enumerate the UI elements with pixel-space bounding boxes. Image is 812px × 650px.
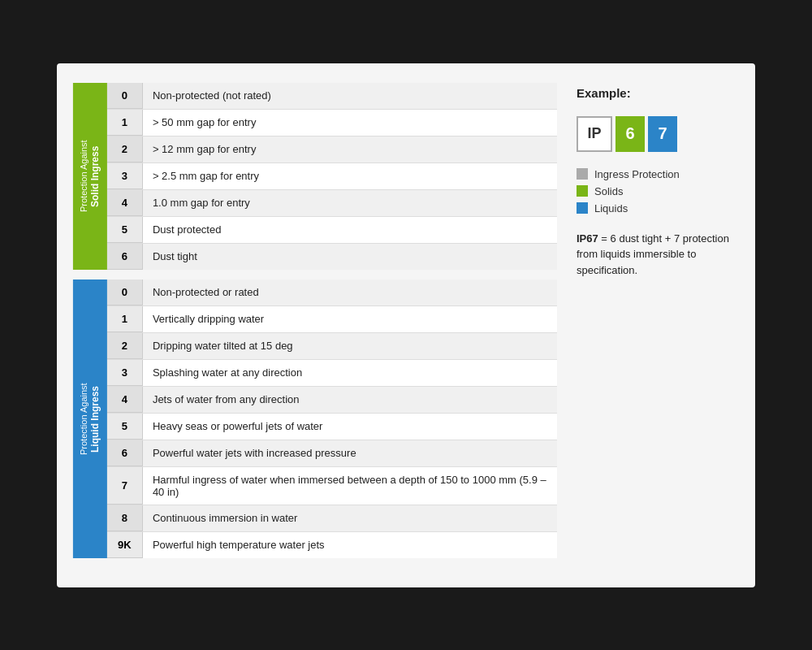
cell-desc: > 12 mm gap for entry bbox=[143, 136, 557, 162]
cell-number: 0 bbox=[107, 83, 143, 109]
table-row: 0 Non-protected (not rated) bbox=[107, 83, 557, 110]
ip-badge-row: IP 6 7 bbox=[577, 116, 739, 152]
liquid-rows: 0 Non-protected or rated 1 Vertically dr… bbox=[107, 280, 557, 558]
cell-desc: Splashing water at any direction bbox=[143, 360, 557, 386]
cell-desc: > 50 mm gap for entry bbox=[143, 110, 557, 136]
cell-desc: Non-protected or rated bbox=[143, 280, 557, 306]
table-row: 6 Powerful water jets with increased pre… bbox=[107, 440, 557, 467]
cell-desc: Non-protected (not rated) bbox=[143, 83, 557, 109]
table-section: Protection Against Solid Ingress 0 Non-p… bbox=[73, 83, 557, 568]
cell-desc: Jets of water from any direction bbox=[143, 387, 557, 413]
cell-number: 9K bbox=[107, 532, 143, 558]
cell-number: 2 bbox=[107, 333, 143, 359]
example-title: Example: bbox=[577, 86, 739, 100]
table-row: 5 Dust protected bbox=[107, 217, 557, 244]
legend-label: Solids bbox=[594, 185, 623, 197]
legend-item: Ingress Protection bbox=[577, 168, 739, 180]
liquid-digit: 7 bbox=[648, 116, 677, 152]
main-container: Protection Against Solid Ingress 0 Non-p… bbox=[57, 63, 755, 587]
solid-rows: 0 Non-protected (not rated) 1 > 50 mm ga… bbox=[107, 83, 557, 270]
table-row: 5 Heavy seas or powerful jets of water bbox=[107, 414, 557, 440]
cell-number: 5 bbox=[107, 217, 143, 243]
table-row: 2 > 12 mm gap for entry bbox=[107, 136, 557, 163]
legend: Ingress Protection Solids Liquids bbox=[577, 168, 739, 214]
cell-number: 0 bbox=[107, 280, 143, 306]
table-row: 4 1.0 mm gap for entry bbox=[107, 190, 557, 217]
cell-number: 8 bbox=[107, 505, 143, 531]
cell-number: 6 bbox=[107, 244, 143, 270]
legend-item: Solids bbox=[577, 185, 739, 197]
legend-color-gray bbox=[577, 168, 588, 180]
table-row: 6 Dust tight bbox=[107, 244, 557, 270]
cell-number: 7 bbox=[107, 467, 143, 505]
solid-digit: 6 bbox=[615, 116, 645, 152]
cell-desc: Continuous immersion in water bbox=[143, 505, 557, 531]
solid-ingress-label: Protection Against Solid Ingress bbox=[73, 83, 107, 270]
table-row: 3 > 2.5 mm gap for entry bbox=[107, 163, 557, 190]
legend-color-blue bbox=[577, 202, 588, 214]
legend-color-green bbox=[577, 185, 588, 197]
cell-number: 3 bbox=[107, 163, 143, 189]
table-row: 4 Jets of water from any direction bbox=[107, 387, 557, 414]
cell-desc: Dust tight bbox=[143, 244, 557, 270]
cell-desc: 1.0 mm gap for entry bbox=[143, 190, 557, 216]
table-row: 2 Dripping water tilted at 15 deg bbox=[107, 333, 557, 360]
info-panel: Example: IP 6 7 Ingress Protection Solid… bbox=[577, 83, 739, 568]
cell-desc: Heavy seas or powerful jets of water bbox=[143, 414, 557, 440]
legend-item: Liquids bbox=[577, 202, 739, 214]
cell-number: 1 bbox=[107, 110, 143, 136]
legend-label: Liquids bbox=[594, 202, 628, 214]
table-row: 1 > 50 mm gap for entry bbox=[107, 110, 557, 136]
solid-ingress-block: Protection Against Solid Ingress 0 Non-p… bbox=[73, 83, 557, 270]
cell-desc: > 2.5 mm gap for entry bbox=[143, 163, 557, 189]
table-row: 7 Harmful ingress of water when immersed… bbox=[107, 467, 557, 505]
cell-number: 5 bbox=[107, 414, 143, 440]
ip-description: IP67 = 6 dust tight + 7 protection from … bbox=[577, 231, 739, 279]
table-row: 0 Non-protected or rated bbox=[107, 280, 557, 306]
table-row: 9K Powerful high temperature water jets bbox=[107, 532, 557, 558]
cell-number: 6 bbox=[107, 440, 143, 466]
cell-desc: Harmful ingress of water when immersed b… bbox=[143, 467, 557, 505]
table-row: 8 Continuous immersion in water bbox=[107, 505, 557, 532]
table-row: 3 Splashing water at any direction bbox=[107, 360, 557, 387]
liquid-ingress-label: Protection Against Liquid Ingress bbox=[73, 280, 107, 558]
legend-label: Ingress Protection bbox=[594, 168, 680, 180]
table-row: 1 Vertically dripping water bbox=[107, 306, 557, 333]
liquid-ingress-block: Protection Against Liquid Ingress 0 Non-… bbox=[73, 280, 557, 558]
cell-number: 4 bbox=[107, 190, 143, 216]
cell-desc: Dripping water tilted at 15 deg bbox=[143, 333, 557, 359]
ip-box: IP bbox=[577, 116, 612, 152]
cell-number: 1 bbox=[107, 306, 143, 332]
cell-number: 3 bbox=[107, 360, 143, 386]
cell-desc: Vertically dripping water bbox=[143, 306, 557, 332]
cell-desc: Powerful high temperature water jets bbox=[143, 532, 557, 558]
cell-number: 2 bbox=[107, 136, 143, 162]
cell-desc: Powerful water jets with increased press… bbox=[143, 440, 557, 466]
cell-desc: Dust protected bbox=[143, 217, 557, 243]
cell-number: 4 bbox=[107, 387, 143, 413]
